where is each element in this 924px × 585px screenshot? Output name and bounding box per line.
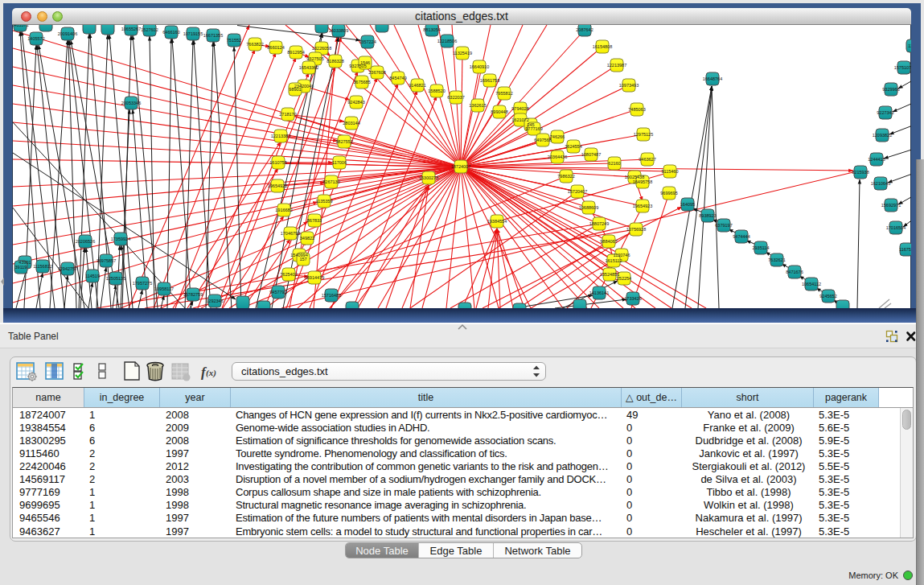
svg-text:9245652: 9245652 (819, 294, 836, 299)
svg-text:349822: 349822 (300, 236, 314, 241)
svg-text:16640910: 16640910 (470, 64, 489, 69)
svg-text:8813054: 8813054 (423, 27, 440, 32)
svg-text:16961758: 16961758 (480, 78, 499, 83)
svg-text:16671355: 16671355 (203, 33, 223, 38)
svg-text:98901: 98901 (289, 87, 301, 92)
svg-text:8912954: 8912954 (287, 50, 304, 55)
svg-text:20364436: 20364436 (548, 154, 567, 159)
svg-text:17359924: 17359924 (111, 237, 130, 241)
svg-text:16033809: 16033809 (329, 28, 348, 33)
svg-text:9474444: 9474444 (733, 234, 749, 239)
svg-text:1292346: 1292346 (206, 299, 223, 303)
svg-text:1405572: 1405572 (27, 36, 44, 41)
svg-text:19654923: 19654923 (268, 183, 287, 188)
svg-text:16914479: 16914479 (305, 275, 324, 280)
svg-text:12505135: 12505135 (106, 276, 125, 281)
svg-text:10958117: 10958117 (154, 286, 174, 291)
svg-text:1546: 1546 (360, 60, 370, 65)
svg-text:12975125: 12975125 (634, 132, 653, 137)
svg-text:1733426: 1733426 (624, 296, 641, 301)
svg-text:2718170: 2718170 (279, 112, 296, 117)
svg-text:12093822: 12093822 (873, 133, 892, 138)
svg-text:2087642: 2087642 (576, 27, 593, 32)
svg-text:16543362: 16543362 (299, 65, 318, 70)
svg-text:17046793: 17046793 (281, 231, 300, 236)
svg-text:17016504: 17016504 (886, 225, 906, 230)
svg-text:14136141: 14136141 (589, 290, 609, 295)
svg-text:12218506: 12218506 (437, 39, 457, 43)
svg-text:18807249: 18807249 (589, 221, 609, 226)
svg-text:18724007: 18724007 (451, 164, 470, 169)
svg-text:10756928: 10756928 (626, 227, 646, 232)
svg-text:2803144: 2803144 (343, 121, 359, 126)
svg-text:11156812: 11156812 (33, 264, 52, 269)
svg-text:11325419: 11325419 (453, 51, 472, 56)
svg-text:746266: 746266 (550, 134, 565, 139)
svg-text:10688609: 10688609 (579, 205, 598, 210)
svg-text:15692971: 15692971 (881, 203, 901, 208)
svg-text:1120746: 1120746 (613, 253, 630, 257)
svg-text:8660124: 8660124 (267, 45, 284, 50)
svg-text:157: 157 (299, 257, 306, 262)
svg-text:10719155: 10719155 (183, 31, 203, 36)
svg-text:9884067: 9884067 (600, 239, 617, 244)
svg-text:8215938: 8215938 (852, 170, 869, 175)
svg-text:12942757: 12942757 (58, 266, 77, 271)
svg-text:9777169: 9777169 (525, 126, 542, 131)
svg-text:9146821: 9146821 (409, 83, 425, 88)
svg-text:751552: 751552 (227, 38, 241, 43)
svg-text:3675685: 3675685 (353, 80, 370, 84)
svg-text:9329966: 9329966 (882, 87, 899, 92)
svg-text:6497568: 6497568 (534, 138, 551, 142)
svg-text:1527602: 1527602 (141, 27, 158, 32)
svg-text:1135359: 1135359 (315, 199, 332, 204)
svg-text:1916682: 1916682 (275, 208, 292, 212)
svg-text:20091406: 20091406 (58, 31, 77, 36)
svg-text:9463627: 9463627 (639, 157, 655, 162)
svg-text:16495758: 16495758 (633, 179, 652, 184)
svg-text:9227342: 9227342 (877, 110, 893, 115)
svg-text:6466160: 6466160 (162, 30, 179, 35)
svg-text:9699695: 9699695 (660, 191, 677, 196)
svg-text:10807487: 10807487 (581, 152, 601, 157)
svg-text:7663822: 7663822 (246, 42, 263, 47)
svg-text:8990448: 8990448 (491, 109, 507, 114)
svg-text:10654112: 10654112 (802, 282, 821, 286)
svg-text:7632621: 7632621 (768, 257, 785, 262)
svg-text:1615112: 1615112 (605, 258, 622, 263)
svg-text:8186328: 8186328 (326, 59, 343, 64)
svg-text:7955812: 7955812 (495, 91, 512, 96)
svg-text:7986322: 7986322 (557, 174, 574, 179)
svg-text:12213383: 12213383 (271, 134, 290, 138)
svg-text:1112: 1112 (908, 43, 911, 48)
svg-text:20206526: 20206526 (76, 239, 95, 244)
svg-text:117006: 117006 (332, 160, 347, 165)
svg-text:19654923: 19654923 (633, 204, 652, 208)
svg-text:7485063: 7485063 (628, 107, 645, 112)
svg-text:7357224: 7357224 (359, 39, 376, 44)
svg-text:12213987: 12213987 (607, 63, 626, 68)
svg-text:8454749: 8454749 (389, 76, 406, 80)
svg-text:15720407: 15720407 (568, 189, 587, 194)
svg-text:6322037: 6322037 (447, 95, 464, 100)
svg-text:16210643: 16210643 (871, 181, 890, 186)
svg-text:1610755: 1610755 (269, 160, 286, 165)
svg-text:17957275: 17957275 (133, 281, 152, 286)
svg-text:19384554: 19384554 (487, 219, 507, 224)
svg-text:1405572: 1405572 (13, 25, 29, 27)
svg-text:252254: 252254 (617, 276, 631, 281)
svg-text:867833: 867833 (307, 218, 322, 223)
svg-text:9827552: 9827552 (335, 139, 352, 144)
svg-text:2935114: 2935114 (752, 245, 769, 250)
svg-text:2367608: 2367608 (368, 70, 385, 75)
svg-text:8471676: 8471676 (786, 270, 803, 274)
svg-text:9457791: 9457791 (269, 290, 286, 295)
svg-text:116753: 116753 (899, 247, 911, 252)
svg-text:1362615: 1362615 (469, 103, 486, 108)
svg-text:20053346: 20053346 (121, 101, 141, 105)
svg-text:(x): (x) (206, 368, 216, 378)
svg-text:15716485: 15716485 (322, 293, 341, 298)
svg-text:6379197: 6379197 (715, 223, 732, 228)
svg-text:7625402: 7625402 (280, 272, 297, 277)
svg-text:9794028: 9794028 (511, 106, 528, 111)
